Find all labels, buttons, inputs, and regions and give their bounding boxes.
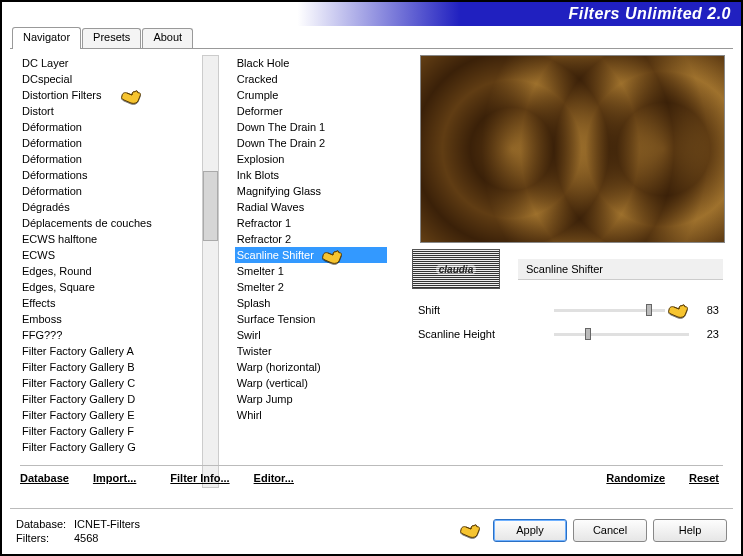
list-item[interactable]: Edges, Round	[20, 263, 202, 279]
list-item[interactable]: Smelter 1	[235, 263, 387, 279]
param-label: Shift	[418, 304, 548, 316]
help-button[interactable]: Help	[653, 519, 727, 542]
param-value: 23	[695, 328, 719, 340]
list-item[interactable]: Explosion	[235, 151, 387, 167]
list-item[interactable]: Ink Blots	[235, 167, 387, 183]
list-item[interactable]: Effects	[20, 295, 202, 311]
filter-title: Scanline Shifter	[518, 259, 723, 280]
param-row: Shift83	[412, 301, 725, 319]
editor-link[interactable]: Editor...	[254, 472, 294, 484]
list-item[interactable]: Magnifying Glass	[235, 183, 387, 199]
list-item[interactable]: Scanline Shifter	[235, 247, 387, 263]
list-item[interactable]: Filter Factory Gallery F	[20, 423, 202, 439]
tab-navigator[interactable]: Navigator	[12, 27, 81, 49]
list-item[interactable]: Filter Factory Gallery E	[20, 407, 202, 423]
db-value: ICNET-Filters	[74, 518, 140, 530]
list-item[interactable]: Down The Drain 2	[235, 135, 387, 151]
category-list[interactable]: DC LayerDCspecialDistortion FiltersDisto…	[10, 55, 202, 488]
list-item[interactable]: Déformation	[20, 119, 202, 135]
title-bar: Filters Unlimited 2.0	[2, 2, 741, 26]
list-item[interactable]: Distort	[20, 103, 202, 119]
slider-thumb[interactable]	[585, 328, 591, 340]
list-item[interactable]: DCspecial	[20, 71, 202, 87]
parameters: Shift83Scanline Height23	[412, 301, 725, 343]
param-label: Scanline Height	[418, 328, 548, 340]
tab-strip: Navigator Presets About	[2, 26, 741, 48]
list-item[interactable]: Filter Factory Gallery B	[20, 359, 202, 375]
reset-link[interactable]: Reset	[689, 472, 719, 484]
list-item[interactable]: Déformation	[20, 183, 202, 199]
footer-buttons: Apply Cancel Help	[487, 519, 727, 542]
app-window: Filters Unlimited 2.0 Navigator Presets …	[0, 0, 743, 556]
list-item[interactable]: Warp (vertical)	[235, 375, 387, 391]
list-item[interactable]: Crumple	[235, 87, 387, 103]
filters-value: 4568	[74, 532, 98, 544]
filter-list[interactable]: Black HoleCrackedCrumpleDeformerDown The…	[225, 55, 387, 488]
list-item[interactable]: Smelter 2	[235, 279, 387, 295]
list-item[interactable]: Refractor 2	[235, 231, 387, 247]
author-logo: claudia	[412, 249, 500, 289]
list-item[interactable]: ECWS	[20, 247, 202, 263]
list-item[interactable]: Dégradés	[20, 199, 202, 215]
list-item[interactable]: Distortion Filters	[20, 87, 202, 103]
list-item[interactable]: Swirl	[235, 327, 387, 343]
list-item[interactable]: DC Layer	[20, 55, 202, 71]
list-item[interactable]: FFG???	[20, 327, 202, 343]
list-item[interactable]: Edges, Square	[20, 279, 202, 295]
list-item[interactable]: Down The Drain 1	[235, 119, 387, 135]
list-item[interactable]: Emboss	[20, 311, 202, 327]
list-item[interactable]: Déformation	[20, 151, 202, 167]
scrollbar-thumb[interactable]	[203, 171, 218, 241]
footer-info: Database:ICNET-Filters Filters:4568	[16, 517, 140, 545]
randomize-link[interactable]: Randomize	[606, 472, 665, 484]
param-header: claudia Scanline Shifter	[412, 249, 725, 289]
database-link[interactable]: Database	[20, 472, 69, 484]
list-item[interactable]: Refractor 1	[235, 215, 387, 231]
list-item[interactable]: ECWS halftone	[20, 231, 202, 247]
apply-button[interactable]: Apply	[493, 519, 567, 542]
pointing-hand-icon	[459, 521, 483, 539]
list-item[interactable]: Déplacements de couches	[20, 215, 202, 231]
param-row: Scanline Height23	[412, 325, 725, 343]
app-title: Filters Unlimited 2.0	[568, 5, 731, 23]
param-value: 83	[695, 304, 719, 316]
list-item[interactable]: Whirl	[235, 407, 387, 423]
list-item[interactable]: Filter Factory Gallery C	[20, 375, 202, 391]
preview-image	[420, 55, 725, 243]
import-link[interactable]: Import...	[93, 472, 136, 484]
columns: DC LayerDCspecialDistortion FiltersDisto…	[10, 49, 733, 488]
list-item[interactable]: Filter Factory Gallery G	[20, 439, 202, 455]
list-item[interactable]: Deformer	[235, 103, 387, 119]
param-slider[interactable]	[554, 309, 665, 312]
db-label: Database:	[16, 517, 74, 531]
logo-text: claudia	[436, 264, 476, 275]
right-pane: claudia Scanline Shifter Shift83Scanline…	[404, 55, 733, 488]
footer: Database:ICNET-Filters Filters:4568 Appl…	[10, 508, 733, 548]
category-scrollbar[interactable]	[202, 55, 219, 488]
list-item[interactable]: Cracked	[235, 71, 387, 87]
slider-thumb[interactable]	[646, 304, 652, 316]
list-item[interactable]: Déformations	[20, 167, 202, 183]
list-item[interactable]: Warp Jump	[235, 391, 387, 407]
param-slider[interactable]	[554, 333, 689, 336]
filters-label: Filters:	[16, 531, 74, 545]
list-item[interactable]: Splash	[235, 295, 387, 311]
toolbar-links: Database Import... Filter Info... Editor…	[20, 465, 723, 484]
list-item[interactable]: Filter Factory Gallery D	[20, 391, 202, 407]
list-item[interactable]: Radial Waves	[235, 199, 387, 215]
list-item[interactable]: Twister	[235, 343, 387, 359]
list-item[interactable]: Warp (horizontal)	[235, 359, 387, 375]
tab-presets[interactable]: Presets	[82, 28, 141, 50]
list-item[interactable]: Déformation	[20, 135, 202, 151]
navigator-panel: DC LayerDCspecialDistortion FiltersDisto…	[10, 48, 733, 488]
pointing-hand-icon	[667, 301, 691, 319]
cancel-button[interactable]: Cancel	[573, 519, 647, 542]
list-item[interactable]: Surface Tension	[235, 311, 387, 327]
tab-about[interactable]: About	[142, 28, 193, 50]
filterinfo-link[interactable]: Filter Info...	[170, 472, 229, 484]
list-item[interactable]: Black Hole	[235, 55, 387, 71]
list-item[interactable]: Filter Factory Gallery A	[20, 343, 202, 359]
